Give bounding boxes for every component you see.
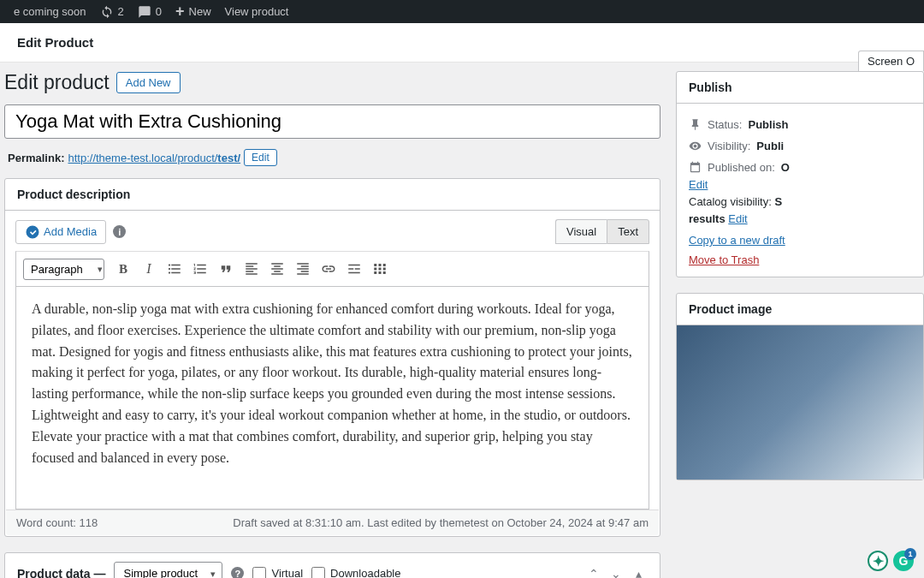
view-product-link[interactable]: View product [218,5,296,18]
calendar-icon [689,161,702,174]
refresh-icon [100,5,114,19]
updates-link[interactable]: 2 [93,5,131,19]
align-center-button[interactable] [265,257,289,281]
product-image-title: Product image [677,294,923,325]
pin-icon [689,118,702,131]
svg-rect-1 [379,264,382,266]
virtual-checkbox-wrap[interactable]: Virtual [252,567,303,579]
coming-soon-badge[interactable]: e coming soon [7,5,93,18]
kitchen-sink-button[interactable] [368,257,392,281]
header-title: Edit Product [17,35,907,50]
media-icon [25,224,40,240]
svg-rect-5 [383,268,386,271]
coming-soon-text: e coming soon [14,5,86,18]
svg-rect-4 [379,268,382,271]
screen-options-tab[interactable]: Screen O [858,51,924,71]
edit-permalink-button[interactable]: Edit [244,149,277,166]
add-new-button[interactable]: Add New [116,72,181,93]
product-data-title: Product data — [17,567,105,579]
description-panel-title: Product description [17,188,648,201]
downloadable-checkbox-wrap[interactable]: Downloadable [311,567,400,579]
word-count: Word count: 118 [16,516,98,529]
virtual-label: Virtual [271,567,303,578]
plus-icon: + [175,3,185,21]
published-value: O [781,161,790,174]
permalink-row: Permalink: http://theme-test.local/produ… [4,144,660,178]
tab-visual[interactable]: Visual [555,219,607,244]
align-left-button[interactable] [240,257,264,281]
product-image-panel: Product image [676,293,924,480]
status-value: Publish [748,118,788,131]
help-icon[interactable]: i [113,225,126,238]
permalink-url[interactable]: http://theme-test.local/product/test/ [68,152,240,164]
panel-down-button[interactable]: ⌄ [607,564,625,579]
comments-count: 0 [156,5,162,18]
svg-rect-3 [374,268,376,271]
svg-rect-6 [374,271,376,274]
svg-rect-0 [374,264,376,266]
comments-link[interactable]: 0 [131,5,169,19]
visibility-label: Visibility: [708,140,750,152]
new-label: New [189,5,211,18]
copy-draft-link[interactable]: Copy to a new draft [689,234,785,247]
svg-rect-7 [379,271,382,274]
catalog-line2: results [689,212,726,225]
publish-panel: Publish Status: Publish Visibility: Publ… [676,71,924,277]
add-media-label: Add Media [44,225,97,238]
italic-button[interactable]: I [137,257,161,281]
page-title: Edit product [4,71,110,94]
permalink-label: Permalink: [8,152,64,164]
format-toolbar: Paragraph B I [15,251,649,287]
view-product-label: View product [225,5,289,18]
catalog-label: Catalog visibility: [689,195,772,208]
bold-button[interactable]: B [111,257,135,281]
updates-count: 2 [118,5,124,18]
editor-tabs: Visual Text [555,219,649,244]
last-edited: Draft saved at 8:31:10 am. Last edited b… [233,516,649,529]
publish-panel-title: Publish [677,72,923,104]
downloadable-label: Downloadable [330,567,400,578]
description-panel: Product description Add Media i Visual T… [4,178,660,537]
product-type-help-icon[interactable]: ? [231,567,244,578]
header-bar: Edit Product [0,23,924,63]
blockquote-button[interactable] [214,257,238,281]
product-data-panel: Product data — Simple product ? Virtual … [4,552,660,578]
edit-date-link[interactable]: Edit [689,178,708,191]
visibility-value: Publi [756,140,784,152]
editor-content[interactable]: A durable, non-slip yoga mat with extra … [15,287,649,509]
edit-catalog-link[interactable]: Edit [728,212,747,225]
link-button[interactable] [317,257,341,281]
product-image-thumbnail[interactable] [677,325,923,480]
bullet-list-button[interactable] [163,257,187,281]
comment-icon [138,5,151,19]
catalog-value: S [774,195,782,208]
paragraph-select[interactable]: Paragraph [23,259,104,280]
status-label: Status: [708,118,742,131]
downloadable-checkbox[interactable] [311,567,325,579]
move-to-trash-link[interactable]: Move to Trash [689,253,759,266]
new-content-link[interactable]: + New [169,3,218,21]
panel-collapse-button[interactable]: ▴ [629,564,648,579]
svg-rect-8 [383,271,386,274]
numbered-list-button[interactable] [188,257,212,281]
eye-icon [689,140,702,152]
published-label: Published on: [708,161,775,174]
product-title-input[interactable] [4,104,660,139]
align-right-button[interactable] [291,257,315,281]
tab-text[interactable]: Text [607,219,649,244]
admin-bar: e coming soon 2 0 + New View product [0,0,924,23]
add-media-button[interactable]: Add Media [15,220,106,244]
svg-rect-2 [383,264,386,266]
product-type-select[interactable]: Simple product [114,562,222,578]
virtual-checkbox[interactable] [252,567,266,579]
panel-up-button[interactable]: ⌃ [584,564,603,579]
read-more-button[interactable] [342,257,366,281]
